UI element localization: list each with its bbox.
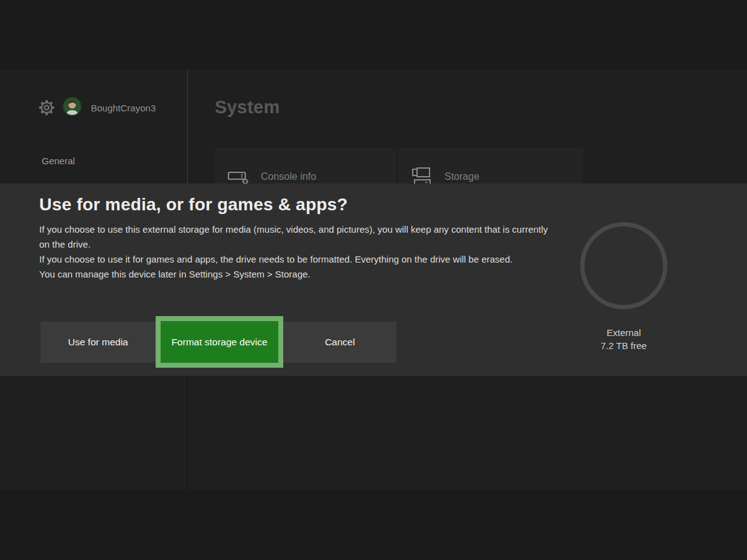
tile-label: Console info <box>261 171 316 182</box>
page-title: System <box>215 97 280 118</box>
dialog-body-line: If you choose to use this external stora… <box>39 222 548 237</box>
dialog-body-line: You can manage this device later in Sett… <box>39 267 548 282</box>
dialog-button-row: Use for media Format storage device Canc… <box>40 316 397 368</box>
drive-ring-icon <box>580 222 667 309</box>
gear-icon <box>37 98 56 117</box>
gamertag: BoughtCrayon3 <box>91 103 156 113</box>
device-label: External 7.2 TB free <box>561 326 686 352</box>
profile-row[interactable]: BoughtCrayon3 <box>37 97 156 118</box>
vertical-divider <box>187 376 188 490</box>
avatar <box>62 96 82 119</box>
format-storage-dialog: Use for media, or for games & apps? If y… <box>0 184 747 376</box>
dialog-body-line: on the drive. <box>39 237 548 252</box>
format-storage-device-button[interactable]: Format storage device <box>156 316 283 368</box>
dialog-body-line: If you choose to use it for games and ap… <box>39 252 548 267</box>
cancel-button[interactable]: Cancel <box>283 322 397 363</box>
dialog-body: If you choose to use this external stora… <box>39 222 548 282</box>
xbox-screenshot: BoughtCrayon3 General System Conso <box>0 0 747 560</box>
tile-label: Storage <box>444 171 479 182</box>
vertical-divider <box>187 70 188 184</box>
use-for-media-button[interactable]: Use for media <box>40 322 156 363</box>
device-name: External <box>561 326 686 339</box>
sidebar-item-general[interactable]: General <box>42 156 75 166</box>
device-free-space: 7.2 TB free <box>561 339 686 352</box>
dialog-title: Use for media, or for games & apps? <box>39 195 348 215</box>
settings-screen: BoughtCrayon3 General System Conso <box>0 70 747 490</box>
